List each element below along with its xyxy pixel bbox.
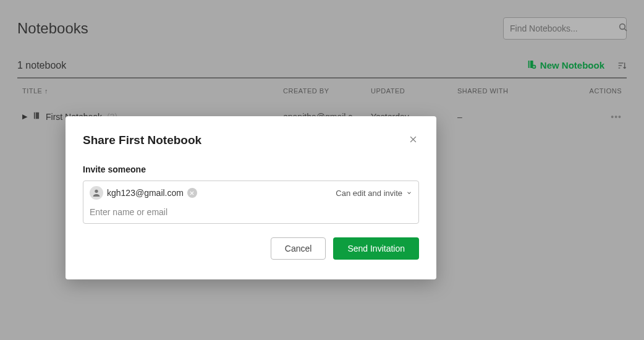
modal-actions: Cancel Send Invitation xyxy=(83,237,419,260)
svg-point-0 xyxy=(620,24,625,30)
close-button[interactable] xyxy=(407,134,419,147)
column-updated[interactable]: UPDATED xyxy=(371,87,457,95)
page-title: Notebooks xyxy=(17,20,88,37)
cancel-button[interactable]: Cancel xyxy=(271,237,326,260)
recipient-email: kgh123@gmail.com xyxy=(107,188,184,198)
recipient-chip: kgh123@gmail.com xyxy=(90,186,197,200)
invite-top-row: kgh123@gmail.com Can edit and invite xyxy=(90,186,412,200)
invite-input[interactable] xyxy=(90,206,412,218)
svg-rect-8 xyxy=(34,113,39,119)
svg-rect-3 xyxy=(529,61,530,68)
column-shared-with[interactable]: SHARED WITH xyxy=(457,87,587,95)
chevron-down-icon xyxy=(406,189,412,198)
table-header: TITLE ↑ CREATED BY UPDATED SHARED WITH A… xyxy=(17,79,627,103)
modal-title: Share First Notebook xyxy=(83,134,201,147)
invite-label: Invite someone xyxy=(83,164,419,174)
page-header: Notebooks xyxy=(17,17,627,40)
notebook-add-icon xyxy=(527,59,536,71)
share-modal: Share First Notebook Invite someone kgh1… xyxy=(66,116,436,279)
svg-point-12 xyxy=(95,190,98,193)
column-title[interactable]: TITLE ↑ xyxy=(22,87,283,95)
search-icon xyxy=(618,22,628,35)
remove-recipient-button[interactable] xyxy=(187,188,197,198)
row-shared-with: – xyxy=(457,112,587,122)
toolbar: 1 notebook New Notebook xyxy=(17,59,627,71)
expand-arrow-icon[interactable]: ▶ xyxy=(22,113,27,121)
notebook-icon xyxy=(32,111,41,122)
sort-button[interactable] xyxy=(617,61,627,70)
svg-line-1 xyxy=(624,28,627,31)
send-invitation-button[interactable]: Send Invitation xyxy=(333,237,419,260)
search-box[interactable] xyxy=(503,17,627,40)
notebooks-page: Notebooks 1 notebook New Notebook TITLE … xyxy=(0,0,644,130)
permission-dropdown[interactable]: Can edit and invite xyxy=(336,189,412,198)
column-actions: ACTIONS xyxy=(587,87,622,95)
svg-rect-9 xyxy=(35,113,36,119)
toolbar-actions: New Notebook xyxy=(527,59,627,71)
permission-label: Can edit and invite xyxy=(336,189,402,198)
column-created-by[interactable]: CREATED BY xyxy=(283,87,371,95)
search-input[interactable] xyxy=(510,23,618,33)
avatar-icon xyxy=(90,186,103,200)
close-icon xyxy=(409,137,418,146)
notebook-count: 1 notebook xyxy=(17,60,66,71)
new-notebook-button[interactable]: New Notebook xyxy=(527,59,604,71)
new-notebook-label: New Notebook xyxy=(540,60,604,70)
row-actions-button[interactable]: ••• xyxy=(587,112,622,122)
modal-header: Share First Notebook xyxy=(83,134,419,147)
invite-box[interactable]: kgh123@gmail.com Can edit and invite xyxy=(83,181,419,224)
